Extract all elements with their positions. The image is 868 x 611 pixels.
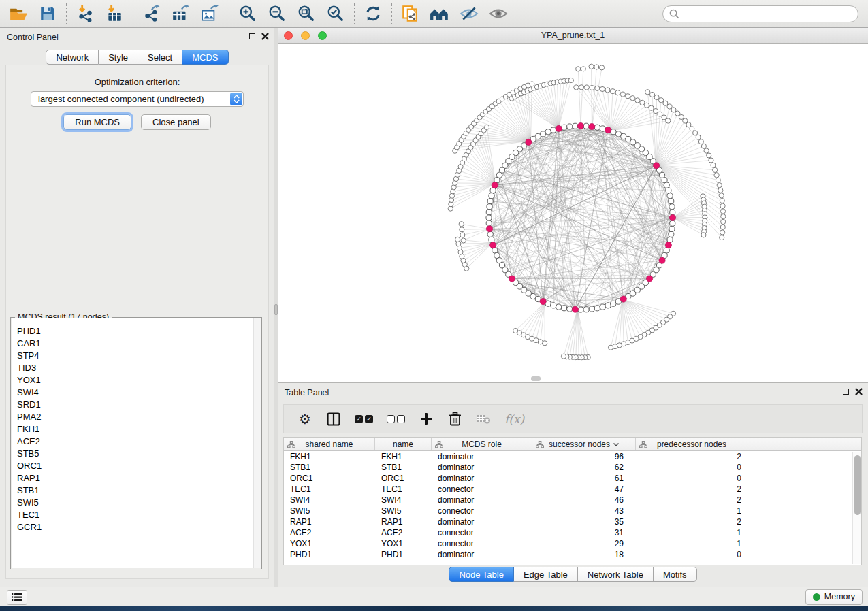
close-table-panel-icon[interactable] bbox=[855, 388, 863, 395]
column-header-successor-nodes[interactable]: successor nodes bbox=[532, 438, 636, 450]
table-row[interactable]: PHD1PHD1dominator180 bbox=[284, 549, 861, 560]
mcds-node-item[interactable]: ACE2 bbox=[12, 435, 261, 447]
select-all-checkboxes-icon[interactable]: ✓✓ bbox=[355, 411, 373, 427]
deselect-all-checkboxes-icon[interactable] bbox=[387, 411, 405, 427]
mcds-node-item[interactable]: SRD1 bbox=[12, 398, 261, 410]
control-panel-header: Control Panel bbox=[0, 28, 274, 46]
mcds-node-item[interactable]: CAR1 bbox=[12, 337, 261, 349]
mcds-list-scrollbar[interactable] bbox=[253, 318, 261, 568]
network-canvas[interactable] bbox=[278, 44, 868, 382]
import-network-icon[interactable] bbox=[75, 3, 95, 24]
tab-motifs[interactable]: Motifs bbox=[654, 567, 697, 582]
table-vscrollbar-thumb[interactable] bbox=[854, 455, 861, 515]
mcds-node-item[interactable]: TEC1 bbox=[12, 508, 261, 521]
refresh-view-icon[interactable] bbox=[363, 3, 383, 24]
close-panel-button[interactable]: Close panel bbox=[141, 114, 211, 130]
control-panel: Control Panel NetworkStyleSelectMCDS Opt… bbox=[0, 28, 274, 587]
zoom-out-icon[interactable] bbox=[267, 3, 287, 24]
delete-table-icon[interactable] bbox=[476, 411, 491, 427]
table-cell: 62 bbox=[532, 463, 636, 472]
tab-mcds[interactable]: MCDS bbox=[182, 50, 228, 65]
function-builder-icon[interactable]: f(x) bbox=[504, 411, 524, 427]
zoom-in-icon[interactable] bbox=[238, 3, 258, 24]
mcds-node-item[interactable]: ORC1 bbox=[12, 459, 261, 472]
mcds-node-item[interactable]: PMA2 bbox=[12, 410, 261, 423]
mcds-node-item[interactable]: STP4 bbox=[12, 349, 261, 361]
mcds-node-item[interactable]: TID3 bbox=[12, 361, 261, 374]
table-cell: RAP1 bbox=[284, 517, 375, 527]
table-row[interactable]: SWI5SWI5connector431 bbox=[284, 506, 861, 516]
mcds-node-item[interactable]: STB1 bbox=[12, 484, 261, 496]
column-header-predecessor-nodes[interactable]: predecessor nodes bbox=[636, 438, 748, 450]
table-cell: connector bbox=[432, 506, 532, 516]
delete-columns-icon[interactable] bbox=[447, 411, 462, 427]
import-table-icon[interactable] bbox=[104, 3, 125, 24]
clone-network-icon[interactable] bbox=[400, 3, 421, 24]
network-hscrollbar[interactable] bbox=[531, 376, 541, 381]
table-row[interactable]: YOX1YOX1connector291 bbox=[284, 538, 861, 549]
table-row[interactable]: RAP1RAP1dominator352 bbox=[284, 516, 861, 527]
first-neighbors-icon[interactable] bbox=[430, 3, 450, 24]
table-cell: 29 bbox=[532, 539, 636, 548]
export-image-icon[interactable] bbox=[200, 3, 221, 24]
mcds-node-item[interactable]: PHD1 bbox=[12, 325, 261, 337]
tab-style[interactable]: Style bbox=[99, 50, 138, 65]
table-cell: STB1 bbox=[375, 463, 432, 472]
mcds-node-item[interactable]: SWI5 bbox=[12, 496, 261, 508]
table-row[interactable]: TEC1TEC1connector472 bbox=[284, 484, 861, 495]
mcds-node-item[interactable]: YOX1 bbox=[12, 374, 261, 386]
optimization-criterion-label: Optimization criterion: bbox=[6, 77, 268, 87]
create-column-icon[interactable] bbox=[419, 411, 434, 427]
table-cell: TEC1 bbox=[284, 484, 375, 494]
mcds-node-item[interactable]: GCR1 bbox=[12, 521, 261, 533]
column-header-shared-name[interactable]: shared name bbox=[284, 438, 375, 450]
table-panel: Table Panel ⚙ ✓✓ f(x) bbox=[278, 383, 868, 587]
table-cell: 0 bbox=[636, 474, 748, 483]
network-graph[interactable] bbox=[278, 44, 868, 383]
criterion-dropdown[interactable]: largest connected component (undirected) bbox=[31, 91, 244, 107]
search-input[interactable] bbox=[684, 9, 852, 19]
open-file-icon[interactable] bbox=[8, 3, 29, 24]
table-cell: dominator bbox=[432, 495, 532, 505]
mcds-node-item[interactable]: FKH1 bbox=[12, 423, 261, 435]
table-cell: TEC1 bbox=[375, 484, 432, 494]
column-header-MCDS-role[interactable]: MCDS role bbox=[432, 438, 532, 450]
memory-button[interactable]: Memory bbox=[805, 589, 863, 605]
table-options-gear-icon[interactable]: ⚙ bbox=[298, 411, 312, 427]
export-network-icon[interactable] bbox=[142, 3, 162, 24]
search-box[interactable] bbox=[662, 5, 858, 22]
table-cell: RAP1 bbox=[375, 517, 432, 527]
mcds-node-item[interactable]: SWI4 bbox=[12, 386, 261, 398]
dropdown-stepper-icon bbox=[230, 93, 242, 105]
table-row[interactable]: SWI4SWI4dominator462 bbox=[284, 495, 861, 506]
table-row[interactable]: STB1STB1dominator620 bbox=[284, 462, 861, 473]
run-mcds-button[interactable]: Run MCDS bbox=[63, 114, 131, 130]
column-header-name[interactable]: name bbox=[375, 438, 432, 450]
node-table-header: shared namenameMCDS rolesuccessor nodesp… bbox=[284, 438, 861, 451]
tab-node-table[interactable]: Node Table bbox=[449, 567, 514, 582]
zoom-fit-icon[interactable] bbox=[296, 3, 317, 24]
close-panel-icon[interactable] bbox=[261, 33, 269, 40]
tab-network-table[interactable]: Network Table bbox=[578, 567, 654, 582]
save-session-icon[interactable] bbox=[37, 3, 58, 24]
table-row[interactable]: FKH1FKH1dominator962 bbox=[284, 451, 861, 462]
table-row[interactable]: ACE2ACE2connector311 bbox=[284, 527, 861, 538]
export-table-icon[interactable] bbox=[171, 3, 191, 24]
tab-network[interactable]: Network bbox=[46, 50, 99, 65]
float-panel-icon[interactable] bbox=[249, 33, 255, 39]
zoom-selected-icon[interactable] bbox=[325, 3, 346, 24]
table-cell: dominator bbox=[432, 452, 532, 461]
table-cell: 18 bbox=[532, 550, 636, 559]
table-cell: SWI4 bbox=[284, 495, 375, 505]
tab-edge-table[interactable]: Edge Table bbox=[514, 567, 578, 582]
table-vscrollbar[interactable] bbox=[852, 452, 861, 564]
show-columns-icon[interactable] bbox=[326, 411, 341, 427]
mcds-node-item[interactable]: RAP1 bbox=[12, 472, 261, 484]
mcds-node-item[interactable]: STB5 bbox=[12, 447, 261, 459]
table-row[interactable]: ORC1ORC1dominator610 bbox=[284, 473, 861, 484]
float-table-panel-icon[interactable] bbox=[843, 389, 849, 395]
show-all-icon[interactable] bbox=[488, 3, 509, 24]
task-history-button[interactable] bbox=[7, 590, 27, 605]
hide-selected-icon[interactable] bbox=[459, 3, 479, 24]
tab-select[interactable]: Select bbox=[138, 50, 182, 65]
